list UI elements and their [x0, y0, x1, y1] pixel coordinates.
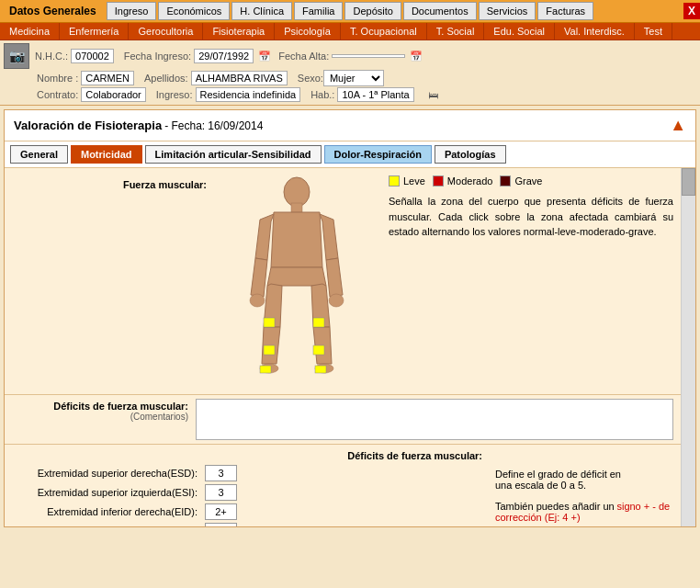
tab-tsocial[interactable]: T. Social: [427, 23, 485, 40]
tab-ingreso[interactable]: Ingreso: [107, 2, 157, 20]
fuerza-muscular-section: Fuerza muscular:: [5, 168, 681, 395]
valoracion-header: Valoración de Fisioterapia - Fecha: 16/0…: [5, 110, 695, 141]
top-nav: Datos Generales Ingreso Económicos H. Cl…: [0, 0, 700, 23]
body-figure: [214, 175, 379, 387]
subtab-motricidad[interactable]: Motricidad: [71, 145, 142, 164]
eid-input[interactable]: [205, 503, 237, 520]
esi-input[interactable]: [205, 484, 237, 501]
deficits-row: Déficits de fuerza muscular: (Comentario…: [12, 399, 673, 440]
fecha-ingreso-calendar-icon[interactable]: 📅: [258, 51, 271, 62]
legend-leve-box: [389, 175, 400, 187]
scrollbar[interactable]: [681, 168, 695, 526]
nombre-value: CARMEN: [81, 71, 134, 85]
legend-moderado-box: [433, 175, 444, 187]
svg-point-3: [329, 294, 344, 307]
deficits-textarea[interactable]: [196, 399, 673, 440]
esi-row: Extremidad superior izquierda(ESI):: [12, 484, 490, 501]
deficits-comentarios-section: Déficits de fuerza muscular: (Comentario…: [5, 395, 681, 445]
section-title: Datos Generales: [0, 2, 106, 20]
svg-rect-6: [264, 318, 275, 327]
tab-enfermeria[interactable]: Enfermería: [60, 23, 129, 40]
sexo-select[interactable]: Mujer Hombre: [323, 70, 384, 86]
tab-economicos[interactable]: Económicos: [158, 2, 230, 20]
tab-hclinica[interactable]: H. Clínica: [231, 2, 292, 20]
main-content: Valoración de Fisioterapia - Fecha: 16/0…: [4, 109, 696, 527]
svg-rect-8: [264, 345, 275, 355]
eii-row: Extremidad inferior izquierda(EII):: [12, 523, 490, 526]
arrow-up-icon[interactable]: ▲: [670, 116, 686, 135]
deficits-desc-line1: Define el grado de déficit en: [495, 469, 621, 480]
tab-valinterdisc[interactable]: Val. Interdisc.: [555, 23, 635, 40]
close-button[interactable]: X: [683, 3, 700, 19]
fuerza-description: Señalla la zona del cuerpo que presenta …: [389, 194, 673, 240]
tab-fisioterapia[interactable]: Fisioterapia: [203, 23, 275, 40]
scroll-content: Fuerza muscular:: [5, 168, 681, 526]
camera-icon[interactable]: 📷: [4, 43, 29, 69]
tab-psicologia[interactable]: Psicología: [275, 23, 341, 40]
svg-rect-9: [313, 345, 324, 355]
subtab-limitacion[interactable]: Limitación articular-Sensibilidad: [145, 145, 322, 164]
nhc-label: N.H.C.:: [35, 51, 68, 62]
legend-area: Leve Moderado Grave Señalla la zona del …: [379, 175, 673, 240]
legend-grave-label: Grave: [514, 175, 542, 187]
subtab-general[interactable]: General: [10, 145, 68, 164]
deficits-desc-line2: una escala de 0 a 5.: [495, 480, 586, 491]
svg-rect-1: [291, 203, 302, 212]
second-nav: Medicina Enfermería Gerocultoria Fisiote…: [0, 23, 700, 40]
valoracion-date: 16/09/2014: [208, 119, 263, 132]
eii-label: Extremidad inferior izquierda(EII):: [12, 526, 205, 526]
contrato-label: Contrato:: [37, 89, 78, 100]
ingreso-value: Residencia indefinida: [196, 87, 301, 102]
legend-leve-label: Leve: [403, 175, 425, 187]
sexo-label: Sexo:: [298, 73, 323, 84]
fuerza-label: Fuerza muscular:: [12, 175, 214, 190]
deficits-label: Déficits de fuerza muscular: (Comentario…: [12, 399, 196, 422]
svg-point-2: [250, 294, 265, 307]
deficits-desc-line3: También puedes añadir un: [495, 501, 615, 512]
fecha-alta-label: Fecha Alta:: [278, 51, 329, 62]
sub-tabs: General Motricidad Limitación articular-…: [5, 141, 695, 168]
tab-facturas[interactable]: Facturas: [537, 2, 593, 20]
valoracion-date-prefix: - Fecha:: [164, 119, 205, 132]
bed-icon: 🛏: [428, 89, 438, 100]
svg-rect-10: [260, 366, 271, 373]
deficits-desc: Define el grado de déficit en una escala…: [490, 450, 673, 523]
esd-row: Extremidad superior derecha(ESD):: [12, 465, 490, 481]
deficits-values-label: Déficits de fuerza muscular:: [12, 450, 490, 461]
eid-label: Extremidad inferior derecha(EID):: [12, 506, 205, 517]
tab-medicina[interactable]: Medicina: [0, 23, 60, 40]
fecha-alta-value: [332, 54, 405, 58]
nombre-label: Nombre :: [37, 73, 78, 84]
svg-point-0: [284, 177, 310, 207]
contrato-value: Colaborador: [81, 87, 146, 102]
tab-gerocultoria[interactable]: Gerocultoria: [129, 23, 203, 40]
body-svg: [223, 175, 370, 387]
fecha-alta-calendar-icon[interactable]: 📅: [410, 51, 423, 62]
svg-rect-11: [315, 366, 326, 373]
legend-moderado-label: Moderado: [447, 175, 493, 187]
valoracion-title: Valoración de Fisioterapia: [14, 119, 162, 132]
esd-input[interactable]: [205, 465, 237, 481]
deficits-values-left: Déficits de fuerza muscular: Extremidad …: [12, 450, 490, 526]
tab-test[interactable]: Test: [635, 23, 672, 40]
hab-label: Hab.:: [310, 89, 334, 100]
legend-row: Leve Moderado Grave: [389, 175, 673, 187]
apellidos-value: ALHAMBRA RIVAS: [191, 71, 288, 85]
fecha-ingreso-label: Fecha Ingreso:: [124, 51, 191, 62]
tab-familia[interactable]: Familia: [294, 2, 343, 20]
subtab-dolor[interactable]: Dolor-Respiración: [324, 145, 432, 164]
ingreso-label: Ingreso:: [156, 89, 193, 100]
tab-servicios[interactable]: Servicios: [479, 2, 536, 20]
tab-tocupacional[interactable]: T. Ocupacional: [341, 23, 427, 40]
eii-input[interactable]: [205, 523, 237, 526]
fuerza-row: Fuerza muscular:: [12, 175, 673, 387]
tab-deposito[interactable]: Depósito: [344, 2, 401, 20]
deficits-values-section: Déficits de fuerza muscular: Extremidad …: [5, 445, 681, 526]
nhc-value: 070002: [71, 49, 114, 63]
tab-documentos[interactable]: Documentos: [403, 2, 477, 20]
esd-label: Extremidad superior derecha(ESD):: [12, 468, 205, 479]
subtab-patologias[interactable]: Patologías: [435, 145, 506, 164]
patient-info: 📷 N.H.C.: 070002 Fecha Ingreso: 29/07/19…: [0, 40, 700, 106]
legend-grave-box: [500, 175, 511, 187]
tab-edusocial[interactable]: Edu. Social: [484, 23, 555, 40]
